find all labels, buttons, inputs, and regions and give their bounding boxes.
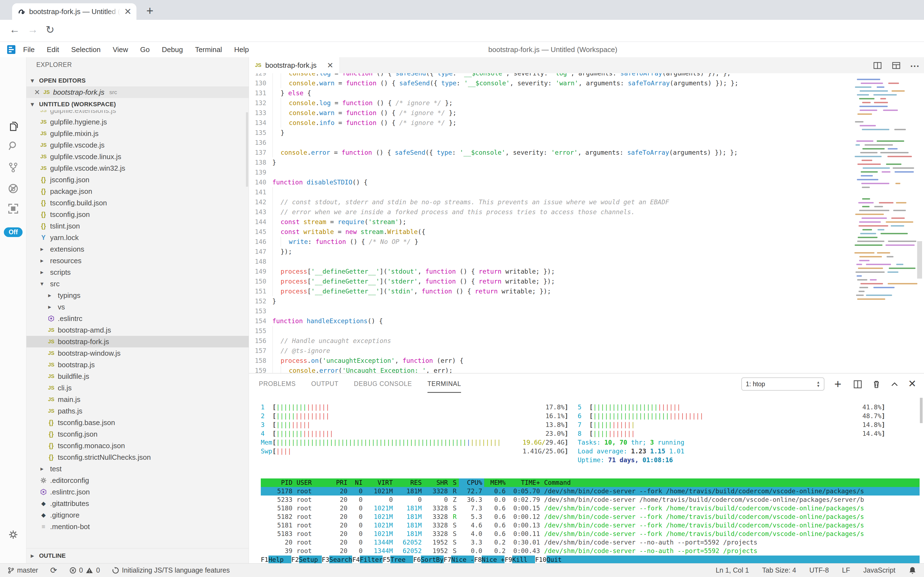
htop-fkey-label[interactable]: Tree [390, 556, 413, 564]
tree-item-yarn.lock[interactable]: Yyarn.lock [26, 232, 249, 243]
menu-file[interactable]: File [23, 45, 35, 54]
htop-fkey-label[interactable]: Kill [512, 556, 535, 564]
htop-fkey-label[interactable]: Filter [360, 556, 382, 564]
tree-item-src[interactable]: ▾src [26, 278, 249, 290]
htop-fkey-f3[interactable]: F3 [322, 556, 329, 564]
git-branch-item[interactable]: master [8, 566, 38, 574]
tree-item-paths.js[interactable]: JSpaths.js [26, 405, 249, 417]
htop-process-row-20[interactable]: 20root2001344M620521952S3.30.20:30.01/de… [261, 538, 919, 547]
close-panel-icon[interactable]: ✕ [908, 380, 916, 388]
htop-process-row-5180[interactable]: 5180root2001021M181M3328S7.30.60:00.15/d… [261, 504, 919, 513]
close-icon[interactable]: ✕ [34, 88, 40, 97]
htop-fkey-label[interactable]: Nice - [451, 556, 474, 564]
tree-item-.mention-bot[interactable]: ≡.mention-bot [26, 521, 249, 532]
menu-edit[interactable]: Edit [47, 45, 59, 54]
menu-terminal[interactable]: Terminal [195, 45, 222, 54]
htop-fkey-label[interactable]: Nice + [482, 556, 505, 564]
source-control-icon[interactable] [7, 161, 19, 173]
tree-item-typings[interactable]: ▸typings [26, 290, 249, 301]
tree-item-resources[interactable]: ▸resources [26, 255, 249, 266]
panel-tab-problems[interactable]: PROBLEMS [259, 380, 296, 393]
editor-tab[interactable]: JS bootstrap-fork.js ✕ [249, 57, 340, 73]
status-badge[interactable]: Off [4, 227, 22, 237]
tree-item-gulpfile.hygiene.js[interactable]: JSgulpfile.hygiene.js [26, 116, 249, 128]
tree-item-gulpfile.mixin.js[interactable]: JSgulpfile.mixin.js [26, 128, 249, 139]
tree-item-.eslintrc[interactable]: .eslintrc [26, 313, 249, 324]
tree-item-tsconfig.base.json[interactable]: {}tsconfig.base.json [26, 417, 249, 428]
tree-item-tsconfig.json[interactable]: {}tsconfig.json [26, 209, 249, 220]
htop-fkey-f7[interactable]: F7 [444, 556, 452, 564]
status-utf-8[interactable]: UTF-8 [809, 566, 829, 574]
tree-item-main.js[interactable]: JSmain.js [26, 394, 249, 405]
tree-item-.eslintrc.json[interactable]: .eslintrc.json [26, 486, 249, 498]
tree-item-bootstrap-window.js[interactable]: JSbootstrap-window.js [26, 347, 249, 359]
new-tab-button[interactable]: + [146, 4, 154, 18]
terminal-select[interactable]: 1: htop ▲▼ [741, 377, 824, 391]
htop-table-header[interactable]: PIDUSERPRINIVIRTRESSHRSCPU%MEM%TIME+Comm… [261, 479, 919, 487]
tree-item-.gitattributes[interactable]: ◆.gitattributes [26, 498, 249, 509]
tree-item-extensions[interactable]: ▸extensions [26, 243, 249, 255]
debug-disabled-icon[interactable] [7, 182, 19, 195]
htop-process-row-5182[interactable]: 5182root2001021M181M3328R5.30.60:00.12/d… [261, 513, 919, 521]
panel-tab-debug-console[interactable]: DEBUG CONSOLE [354, 380, 412, 393]
forward-icon[interactable]: → [27, 24, 38, 35]
search-icon[interactable] [7, 140, 19, 152]
more-actions-icon[interactable]: ··· [910, 61, 919, 72]
reload-icon[interactable]: ↻ [46, 24, 55, 36]
tree-item-cli.js[interactable]: JScli.js [26, 382, 249, 394]
split-editor-icon[interactable] [873, 61, 882, 70]
htop-fkey-f9[interactable]: F9 [505, 556, 512, 564]
tree-item-tsconfig.build.json[interactable]: {}tsconfig.build.json [26, 197, 249, 209]
htop-fkey-f4[interactable]: F4 [352, 556, 360, 564]
tree-item-gulpfile.vscode.linux.js[interactable]: JSgulpfile.vscode.linux.js [26, 151, 249, 163]
tree-item-gulpfile.vscode.js[interactable]: JSgulpfile.vscode.js [26, 139, 249, 151]
htop-fkey-label[interactable]: Quit [546, 556, 562, 564]
panel-tab-terminal[interactable]: TERMINAL [427, 380, 461, 393]
terminal-scrollbar[interactable] [920, 398, 922, 423]
htop-fkey-f6[interactable]: F6 [413, 556, 421, 564]
tree-item-jsconfig.json[interactable]: {}jsconfig.json [26, 174, 249, 185]
menu-help[interactable]: Help [234, 45, 249, 54]
menu-go[interactable]: Go [140, 45, 150, 54]
explorer-icon[interactable] [7, 121, 19, 133]
htop-process-row-5233[interactable]: 5233root200000Z36.30.00:02.79/dev/shm/bi… [261, 495, 919, 504]
tab-close-icon[interactable]: ✕ [124, 7, 132, 16]
htop-process-row-39[interactable]: 39root2001344M620521952S0.00.20:00.43/de… [261, 547, 919, 555]
tree-item-gulpfile.vscode.win32.js[interactable]: JSgulpfile.vscode.win32.js [26, 163, 249, 174]
code-editor[interactable]: 129console.log = function () { safeSend(… [249, 73, 924, 373]
menu-view[interactable]: View [113, 45, 128, 54]
problems-item[interactable]: 0 0 [69, 566, 100, 574]
htop-fkey-f5[interactable]: F5 [382, 556, 390, 564]
browser-tab[interactable]: bootstrap-fork.js — Untitled (W ✕ [12, 3, 137, 20]
kill-terminal-trash-icon[interactable] [872, 380, 881, 389]
open-editor-item[interactable]: ✕ JS bootstrap-fork.js src [26, 87, 249, 98]
tree-item-scripts[interactable]: ▸scripts [26, 266, 249, 278]
tree-item-test[interactable]: ▸test [26, 463, 249, 475]
workspace-header[interactable]: ▾ UNTITLED (WORKSPACE) [26, 98, 249, 110]
tree-item-vs[interactable]: ▸vs [26, 301, 249, 313]
tree-item-bootstrap-amd.js[interactable]: JSbootstrap-amd.js [26, 324, 249, 336]
sidebar-scrollbar[interactable] [246, 112, 248, 187]
htop-fkey-label[interactable]: Search [329, 556, 352, 564]
vscode-logo-icon[interactable] [6, 45, 16, 55]
htop-fkey-f1[interactable]: F1 [261, 556, 268, 564]
tree-item-.editorconfig[interactable]: .editorconfig [26, 475, 249, 486]
editor-layout-icon[interactable] [892, 61, 901, 70]
tree-item-tsconfig.monaco.json[interactable]: {}tsconfig.monaco.json [26, 440, 249, 451]
panel-tab-output[interactable]: OUTPUT [311, 380, 338, 393]
tree-item-tslint.json[interactable]: {}tslint.json [26, 220, 249, 232]
htop-process-row-5178[interactable]: 5178root2001021M181M3328R72.70.60:05.70/… [261, 487, 919, 495]
tree-item-.gitignore[interactable]: ◆.gitignore [26, 509, 249, 521]
new-terminal-icon[interactable]: + [834, 380, 842, 388]
terminal-htop[interactable]: 1[||||||||||||||17.8%]2[||||||||||||||16… [260, 398, 924, 563]
minimap[interactable] [853, 75, 911, 308]
tree-item-bootstrap.js[interactable]: JSbootstrap.js [26, 359, 249, 371]
split-terminal-icon[interactable] [853, 380, 862, 389]
maximize-panel-icon[interactable] [890, 380, 899, 389]
settings-gear-icon[interactable] [7, 529, 19, 541]
open-editors-header[interactable]: ▾ OPEN EDITORS [26, 75, 249, 87]
menu-debug[interactable]: Debug [162, 45, 183, 54]
htop-fkey-label[interactable]: SortBy [421, 556, 444, 564]
tree-item-bootstrap-fork.js[interactable]: JSbootstrap-fork.js [26, 336, 249, 347]
htop-fkey-label[interactable]: Help [268, 556, 291, 564]
